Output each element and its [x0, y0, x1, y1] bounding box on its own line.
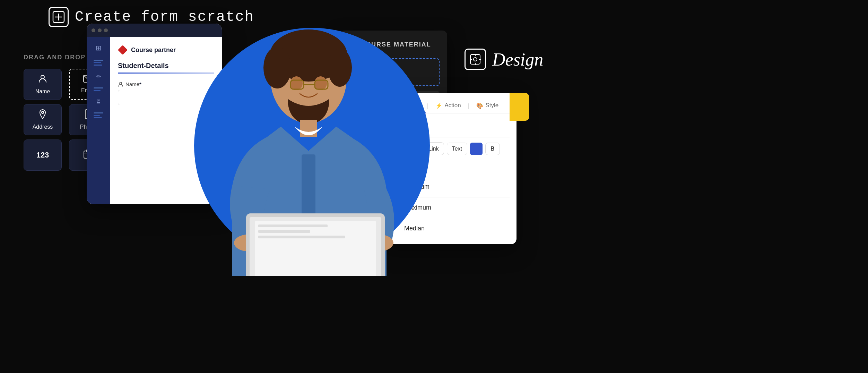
design-icon-box	[465, 49, 486, 70]
svg-point-15	[263, 47, 291, 88]
text-label-btn: Text	[447, 143, 467, 155]
svg-rect-29	[255, 221, 376, 276]
svg-point-18	[314, 76, 327, 90]
dnd-number-label: 123	[36, 151, 49, 160]
address-icon	[39, 109, 46, 121]
svg-rect-23	[302, 154, 315, 217]
svg-point-3	[41, 75, 44, 79]
dnd-item-address[interactable]: Address	[24, 104, 62, 135]
design-target-icon	[469, 53, 481, 66]
person-icon	[38, 74, 47, 86]
design-label-text: Design	[492, 49, 543, 70]
color-swatch-btn[interactable]	[470, 143, 483, 155]
form-sidebar: ⊞ ✏ 🖥	[87, 37, 110, 204]
dnd-item-number[interactable]: 123	[24, 139, 62, 171]
svg-point-5	[42, 111, 44, 113]
sidebar-edit-icon: ✏	[96, 73, 101, 80]
sidebar-lines-3	[94, 112, 103, 118]
sidebar-monitor-icon: 🖥	[96, 99, 101, 105]
svg-rect-31	[258, 230, 310, 233]
sidebar-grid-icon: ⊞	[96, 44, 102, 52]
form-logo	[118, 45, 128, 55]
sidebar-lines-2	[94, 87, 103, 91]
person-figure-area	[170, 19, 447, 276]
svg-rect-30	[258, 224, 328, 227]
bold-button[interactable]: B	[485, 143, 500, 155]
style-tab-label: Style	[485, 102, 498, 109]
create-icon-box	[49, 7, 69, 27]
style-tab-icon: 🎨	[476, 102, 483, 109]
tab-style[interactable]: 🎨 Style	[471, 99, 504, 113]
brand-name: Course partner	[131, 46, 176, 54]
svg-point-16	[328, 49, 352, 87]
titlebar-dot-2	[98, 28, 102, 32]
titlebar-dot-1	[92, 28, 95, 32]
design-label-area: Design	[465, 49, 543, 70]
bold-label: B	[491, 146, 495, 152]
plus-icon	[52, 11, 65, 23]
text-display-label: Text	[452, 146, 462, 152]
svg-rect-37	[470, 54, 480, 64]
yellow-tab[interactable]	[510, 93, 529, 121]
titlebar-dot-3	[104, 28, 108, 32]
dnd-address-label: Address	[33, 124, 53, 130]
dnd-item-name[interactable]: Name	[24, 69, 62, 100]
field-person-icon	[118, 82, 123, 87]
sidebar-lines-1	[94, 60, 103, 66]
person-svg	[170, 19, 447, 276]
svg-point-17	[290, 76, 303, 90]
dnd-name-label: Name	[35, 88, 50, 95]
svg-point-38	[474, 58, 477, 61]
tab-divider-2: |	[468, 102, 470, 110]
svg-point-12	[120, 82, 122, 84]
svg-rect-32	[258, 236, 345, 238]
